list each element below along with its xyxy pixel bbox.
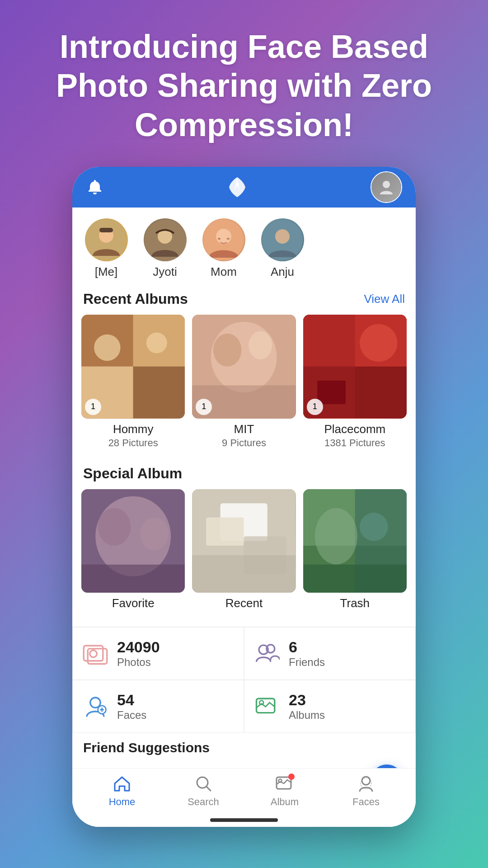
profile-avatar[interactable]	[371, 171, 402, 203]
contact-name-mom: Mom	[211, 265, 237, 279]
album-hommy[interactable]: 1 Hommy 28 Pictures	[81, 315, 185, 448]
photos-count: 24090	[117, 638, 160, 656]
album-placecomm[interactable]: 1 Placecomm 1381 Pictures	[303, 315, 407, 448]
contact-name-anju: Anju	[271, 265, 294, 279]
special-album-header: Special Album	[72, 458, 416, 489]
nav-search[interactable]: Search	[163, 774, 244, 808]
headline: Introducing Face Based Photo Sharing wit…	[0, 0, 488, 162]
album-favorite[interactable]: Favorite	[81, 489, 185, 610]
album-favorite-name: Favorite	[112, 596, 155, 610]
special-album-title: Special Album	[83, 465, 182, 482]
faces-count: 54	[117, 691, 146, 709]
phone-mockup: [Me] Jyoti	[72, 167, 416, 827]
bell-icon[interactable]	[86, 178, 104, 196]
svg-point-59	[279, 779, 282, 783]
stat-friends[interactable]: 6 Friends	[244, 627, 416, 680]
nav-faces-label: Faces	[352, 796, 380, 808]
nav-album-label: Album	[271, 796, 299, 808]
stat-faces[interactable]: 54 Faces	[72, 680, 244, 733]
stat-albums[interactable]: 23 Albums	[244, 680, 416, 733]
friend-suggestions-title: Friend Suggestions	[83, 740, 210, 755]
svg-rect-36	[206, 517, 244, 546]
svg-point-9	[227, 238, 230, 240]
friends-label: Friends	[289, 656, 325, 669]
svg-point-8	[218, 238, 221, 240]
album-mit-name: MIT	[234, 422, 254, 436]
svg-point-11	[275, 229, 290, 244]
svg-rect-43	[303, 564, 407, 593]
nav-home[interactable]: Home	[81, 774, 163, 808]
home-icon	[112, 774, 132, 793]
recent-albums-grid: 1 Hommy 28 Pictures 1 MIT 9 Pi	[72, 315, 416, 458]
albums-label: Albums	[289, 709, 325, 722]
friend-suggestions: Friend Suggestions	[72, 733, 416, 760]
svg-point-32	[140, 517, 169, 550]
album-mit[interactable]: 1 MIT 9 Pictures	[192, 315, 296, 448]
album-hommy-count: 28 Pictures	[108, 437, 158, 449]
photos-icon	[82, 640, 109, 667]
album-trash[interactable]: Trash	[303, 489, 407, 610]
phone-bottom-bar	[72, 813, 416, 827]
stat-photos[interactable]: 24090 Photos	[72, 627, 244, 680]
albums-count: 23	[289, 691, 325, 709]
album-icon	[275, 774, 295, 793]
app-topbar	[72, 167, 416, 208]
contacts-row: [Me] Jyoti	[72, 208, 416, 286]
svg-rect-38	[192, 555, 296, 592]
nav-album[interactable]: Album	[244, 774, 325, 808]
contact-me[interactable]: [Me]	[81, 218, 131, 279]
faces-icon	[82, 693, 109, 720]
svg-point-18	[146, 333, 167, 354]
faces-label: Faces	[117, 709, 146, 722]
albums-icon	[253, 693, 281, 720]
recent-albums-title: Recent Albums	[83, 291, 188, 307]
svg-point-44	[360, 513, 388, 541]
svg-rect-45	[84, 646, 103, 661]
svg-point-55	[259, 701, 263, 705]
nav-home-label: Home	[109, 796, 136, 808]
faces-nav-icon	[356, 774, 376, 793]
app-logo	[224, 174, 251, 201]
nav-faces[interactable]: Faces	[325, 774, 407, 808]
album-trash-name: Trash	[340, 596, 370, 610]
album-mit-count: 9 Pictures	[222, 437, 266, 449]
album-placecomm-name: Placecomm	[324, 422, 385, 436]
svg-point-7	[216, 229, 231, 244]
view-all-button[interactable]: View All	[364, 292, 405, 306]
album-placecomm-count: 1381 Pictures	[324, 437, 385, 449]
contact-name-jyoti: Jyoti	[153, 265, 177, 279]
svg-point-27	[360, 324, 397, 362]
contact-jyoti[interactable]: Jyoti	[140, 218, 190, 279]
svg-rect-3	[99, 228, 113, 232]
svg-point-31	[98, 508, 131, 545]
svg-rect-33	[81, 564, 185, 593]
svg-rect-28	[317, 381, 346, 404]
svg-point-22	[249, 331, 272, 360]
friends-icon	[253, 640, 281, 667]
contact-anju[interactable]: Anju	[258, 218, 307, 279]
nav-search-label: Search	[188, 796, 219, 808]
contact-name-me: [Me]	[95, 265, 118, 279]
contact-mom[interactable]: Mom	[199, 218, 249, 279]
svg-point-21	[213, 334, 242, 367]
friends-count: 6	[289, 638, 325, 656]
album-hommy-name: Hommy	[113, 422, 154, 436]
stats-grid: 24090 Photos 6 Friends	[72, 627, 416, 733]
svg-rect-16	[133, 367, 185, 419]
album-recent-name: Recent	[225, 596, 263, 610]
svg-point-0	[383, 181, 390, 188]
svg-point-17	[94, 335, 120, 361]
bottom-nav: Home Search	[72, 768, 416, 813]
search-icon	[193, 774, 213, 793]
svg-line-57	[206, 787, 211, 791]
home-indicator	[210, 818, 278, 822]
photos-label: Photos	[117, 656, 160, 669]
recent-albums-header: Recent Albums View All	[72, 286, 416, 315]
album-recent[interactable]: Recent	[192, 489, 296, 610]
svg-point-47	[90, 651, 97, 658]
special-albums-grid: Favorite Recent	[72, 489, 416, 619]
svg-point-42	[315, 508, 357, 564]
